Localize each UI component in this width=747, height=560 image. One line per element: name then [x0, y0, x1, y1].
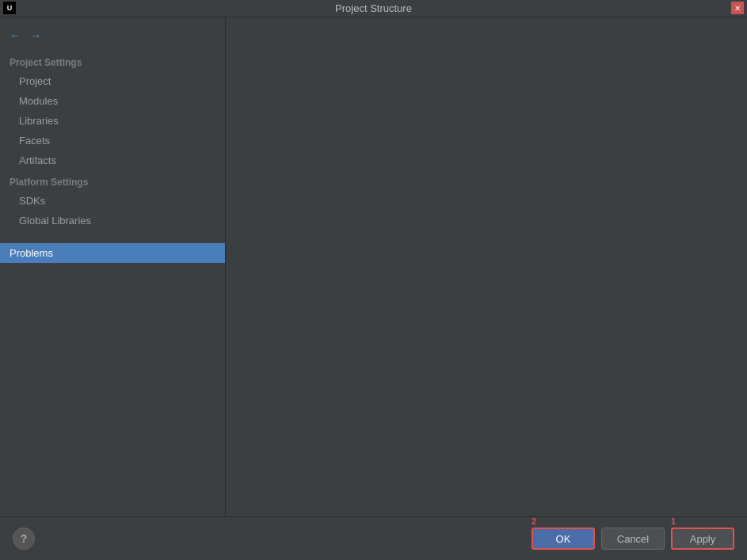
forward-button[interactable]: →	[27, 27, 44, 44]
forward-icon: →	[30, 29, 41, 42]
project-settings-header: Project Settings	[0, 51, 225, 71]
apply-button[interactable]: Apply	[671, 528, 734, 550]
platform-settings-header: Platform Settings	[0, 170, 225, 191]
help-button[interactable]: ?	[13, 528, 35, 550]
window-title: Project Structure	[335, 2, 412, 14]
ok-button[interactable]: OK	[532, 528, 595, 550]
app-logo: U	[3, 2, 16, 14]
apply-button-wrapper: 1 Apply	[671, 528, 734, 550]
sidebar-item-facets[interactable]: Facets	[0, 131, 225, 150]
title-bar: U Project Structure ✕	[0, 0, 747, 17]
apply-step-indicator: 1	[671, 516, 676, 526]
sidebar-item-artifacts[interactable]: Artifacts	[0, 150, 225, 170]
content-area	[226, 17, 747, 516]
sidebar-item-libraries[interactable]: Libraries	[0, 111, 225, 131]
sidebar: ← → Project Settings Project Modules Lib…	[0, 17, 226, 516]
back-icon: ←	[10, 29, 21, 42]
sidebar-item-problems[interactable]: Problems	[0, 243, 225, 263]
sidebar-item-sdks[interactable]: SDKs	[0, 191, 225, 211]
ok-button-wrapper: 2 OK	[532, 528, 595, 550]
sidebar-item-global-libraries[interactable]: Global Libraries	[0, 211, 225, 230]
sidebar-item-project[interactable]: Project	[0, 71, 225, 91]
cancel-button[interactable]: Cancel	[601, 528, 665, 550]
main-container: ← → Project Settings Project Modules Lib…	[0, 17, 747, 516]
sidebar-item-modules[interactable]: Modules	[0, 91, 225, 111]
ok-step-indicator: 2	[532, 516, 536, 526]
back-button[interactable]: ←	[6, 27, 24, 44]
close-button[interactable]: ✕	[731, 2, 744, 14]
nav-top: ← →	[0, 24, 225, 51]
footer: ? 2 OK Cancel 1 Apply	[0, 516, 747, 560]
footer-left: ?	[13, 528, 35, 550]
